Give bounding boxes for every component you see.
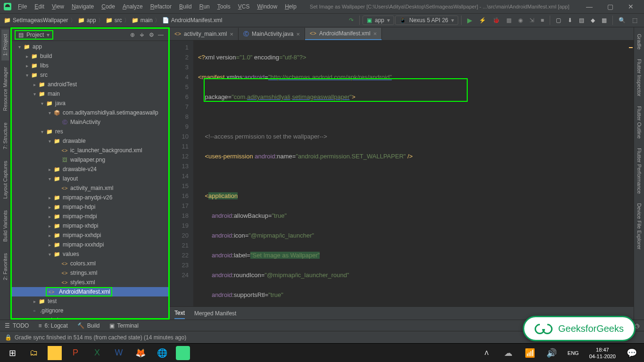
- logcat-tool[interactable]: ≡ 6: Logcat: [38, 322, 67, 329]
- collapse-icon[interactable]: ≑: [137, 30, 147, 40]
- locate-icon[interactable]: ⊕: [128, 30, 137, 40]
- language-icon[interactable]: ENG: [563, 344, 584, 362]
- module-selector[interactable]: ▣app▾: [363, 16, 394, 25]
- tree-node[interactable]: ▾📁drawable: [12, 136, 168, 146]
- sync-button[interactable]: ↷: [346, 16, 356, 25]
- editor-tab[interactable]: ⒸMainActivity.java×: [239, 28, 305, 40]
- tree-node[interactable]: ▸📁test: [12, 296, 168, 306]
- terminal-tool[interactable]: ▣ Terminal: [109, 322, 139, 329]
- editor-error-stripe[interactable]: [628, 41, 633, 306]
- tree-node[interactable]: <>styles.xml: [12, 278, 168, 287]
- tree-node[interactable]: ▸📁build: [12, 51, 168, 61]
- breadcrumb-item[interactable]: 📁main: [132, 17, 153, 24]
- sticky-notes-icon[interactable]: [48, 346, 62, 360]
- code-editor[interactable]: 123456789101112131415161718192021222324 …: [170, 41, 634, 306]
- layout-inspector-button[interactable]: ▤: [576, 16, 587, 25]
- left-tool----favorites[interactable]: 2: Favorites: [1, 248, 9, 285]
- tree-node[interactable]: <>ic_launcher_background.xml: [12, 146, 168, 155]
- right-tool-flutter-inspector[interactable]: Flutter Inspector: [636, 54, 643, 101]
- tree-node[interactable]: ▫app.iml: [12, 315, 168, 318]
- tree-node[interactable]: ▸📁androidTest: [12, 80, 168, 89]
- tab-close-icon[interactable]: ×: [296, 31, 300, 38]
- sdk-button[interactable]: ⬇: [565, 16, 575, 25]
- todo-tool[interactable]: ☰ TODO: [5, 322, 29, 329]
- tree-node[interactable]: ▾📦com.adityamshidlyali.setimageaswallp: [12, 108, 168, 117]
- tab-close-icon[interactable]: ×: [230, 31, 233, 38]
- menu-navigate[interactable]: Navigate: [69, 2, 97, 11]
- debug-button[interactable]: 🐞: [490, 16, 503, 25]
- menu-edit[interactable]: Edit: [32, 2, 47, 11]
- device-selector[interactable]: 📱Nexus 5 API 26▾: [395, 16, 458, 25]
- right-tool-flutter-outline[interactable]: Flutter Outline: [636, 101, 643, 143]
- left-tool----structure[interactable]: 7: Structure: [1, 118, 9, 154]
- firefox-icon[interactable]: 🦊: [130, 344, 151, 362]
- tree-node[interactable]: <>activity_main.xml: [12, 183, 168, 193]
- tree-node[interactable]: ▾📁values: [12, 249, 168, 259]
- tree-node[interactable]: <>strings.xml: [12, 268, 168, 278]
- breadcrumb-item[interactable]: 📄AndroidManifest.xml: [162, 17, 223, 24]
- search-button[interactable]: 🔍: [616, 16, 628, 25]
- tree-node[interactable]: ▾📁res: [12, 127, 168, 136]
- avd-button[interactable]: ▢: [553, 16, 564, 25]
- tree-node[interactable]: ▾📁src: [12, 70, 168, 80]
- wifi-icon[interactable]: 📶: [520, 344, 540, 362]
- tree-node[interactable]: <>AndroidManifest.xml: [12, 287, 168, 296]
- project-view-selector[interactable]: ▤Project▾: [15, 30, 53, 40]
- subtab-text[interactable]: Text: [174, 308, 185, 319]
- apply-changes-button[interactable]: ⚡: [476, 16, 489, 25]
- tree-node[interactable]: 🖼wallpaper.png: [12, 155, 168, 165]
- tree-node[interactable]: ▸📁mipmap-hdpi: [12, 202, 168, 212]
- menu-vcs[interactable]: VCS: [235, 2, 253, 11]
- tree-node[interactable]: ⒸMainActivity: [12, 117, 168, 127]
- menu-tools[interactable]: Tools: [215, 2, 233, 11]
- close-button[interactable]: ✕: [621, 0, 640, 13]
- settings-button[interactable]: ⬚: [629, 16, 640, 25]
- breadcrumb-item[interactable]: 📁src: [106, 17, 122, 24]
- profiler-button[interactable]: ▦: [504, 16, 514, 25]
- menu-help[interactable]: Help: [282, 2, 299, 11]
- menu-build[interactable]: Build: [176, 2, 195, 11]
- tree-node[interactable]: ▸📁mipmap-anydpi-v26: [12, 193, 168, 202]
- tab-close-icon[interactable]: ×: [373, 30, 377, 37]
- menu-refactor[interactable]: Refactor: [148, 2, 174, 11]
- tree-node[interactable]: ▸📁mipmap-xhdpi: [12, 221, 168, 230]
- settings-icon[interactable]: ⚙: [147, 30, 156, 40]
- lock-icon[interactable]: 🔒: [5, 334, 12, 341]
- left-tool-resource-manager[interactable]: Resource Manager: [1, 62, 9, 116]
- onedrive-icon[interactable]: ☁: [498, 344, 519, 362]
- subtab-merged[interactable]: Merged Manifest: [194, 308, 236, 319]
- build-tool[interactable]: 🔨 Build: [77, 322, 100, 329]
- breadcrumb-item[interactable]: 📁SetImageasWallpaper: [4, 17, 68, 24]
- notifications-icon[interactable]: 💬: [621, 344, 642, 362]
- word-icon[interactable]: W: [108, 344, 129, 362]
- tree-node[interactable]: ▸📁mipmap-xxxhdpi: [12, 240, 168, 249]
- menu-view[interactable]: View: [49, 2, 67, 11]
- tree-node[interactable]: ▸📁mipmap-mdpi: [12, 212, 168, 221]
- menu-run[interactable]: Run: [197, 2, 213, 11]
- left-tool----project[interactable]: 1: Project: [1, 29, 9, 60]
- menu-code[interactable]: Code: [99, 2, 118, 11]
- tray-up-icon[interactable]: ᐱ: [476, 344, 497, 362]
- tree-node[interactable]: ▾📁main: [12, 89, 168, 99]
- android-studio-icon[interactable]: [176, 346, 190, 360]
- code-area[interactable]: <?xml version="1.0" encoding="utf-8"?> <…: [193, 41, 634, 306]
- tree-node[interactable]: <>colors.xml: [12, 259, 168, 268]
- minimize-button[interactable]: —: [580, 0, 599, 13]
- menu-file[interactable]: File: [15, 2, 30, 11]
- coverage-button[interactable]: ◉: [515, 16, 526, 25]
- powerpoint-icon[interactable]: P: [65, 344, 86, 362]
- clock[interactable]: 18:4704-11-2020: [585, 346, 620, 360]
- project-tree[interactable]: ▾📁app▸📁build▸📁libs▾📁src▸📁androidTest▾📁ma…: [12, 41, 168, 318]
- hide-icon[interactable]: —: [156, 30, 165, 40]
- tree-node[interactable]: ▸📁libs: [12, 61, 168, 70]
- start-button[interactable]: ⊞: [2, 344, 23, 362]
- breadcrumb-item[interactable]: 📁app: [78, 17, 96, 24]
- tree-node[interactable]: ▾📁app: [12, 42, 168, 51]
- menu-window[interactable]: Window: [254, 2, 280, 11]
- run-button[interactable]: ▶: [464, 16, 475, 25]
- right-tool-device-file-explorer[interactable]: Device File Explorer: [636, 198, 643, 254]
- volume-icon[interactable]: 🔊: [541, 344, 562, 362]
- tree-node[interactable]: ▫.gitignore: [12, 306, 168, 315]
- editor-tab[interactable]: <>AndroidManifest.xml×: [305, 28, 382, 40]
- tree-node[interactable]: ▸📁mipmap-xxhdpi: [12, 230, 168, 240]
